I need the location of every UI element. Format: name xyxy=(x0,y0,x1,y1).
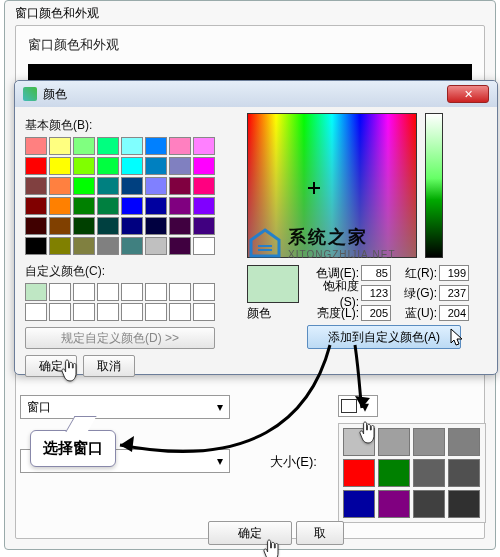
basic-color-swatch[interactable] xyxy=(49,157,71,175)
red-input[interactable] xyxy=(439,265,469,281)
define-custom-button[interactable]: 规定自定义颜色(D) >> xyxy=(25,327,215,349)
mini-swatch[interactable] xyxy=(378,459,410,487)
custom-colors-label: 自定义颜色(C): xyxy=(25,263,235,280)
cancel-button[interactable]: 取消 xyxy=(83,355,135,377)
luminance-slider[interactable] xyxy=(425,113,443,258)
custom-color-swatch[interactable] xyxy=(97,283,119,301)
blue-input[interactable] xyxy=(439,305,469,321)
mini-swatch[interactable] xyxy=(448,428,480,456)
basic-color-swatch[interactable] xyxy=(145,237,167,255)
custom-color-swatch[interactable] xyxy=(49,303,71,321)
mini-swatch[interactable] xyxy=(378,490,410,518)
basic-color-swatch[interactable] xyxy=(97,177,119,195)
basic-color-swatch[interactable] xyxy=(193,157,215,175)
basic-color-swatch[interactable] xyxy=(97,217,119,235)
mini-swatch[interactable] xyxy=(413,428,445,456)
close-button[interactable]: ✕ xyxy=(447,85,489,103)
basic-color-swatch[interactable] xyxy=(121,137,143,155)
basic-color-swatch[interactable] xyxy=(25,197,47,215)
watermark-brand: 系统之家 xyxy=(288,227,368,247)
mini-swatch[interactable] xyxy=(413,459,445,487)
custom-color-swatch[interactable] xyxy=(193,283,215,301)
basic-color-swatch[interactable] xyxy=(97,197,119,215)
basic-color-swatch[interactable] xyxy=(73,137,95,155)
basic-color-swatch[interactable] xyxy=(145,197,167,215)
item-dropdown[interactable]: 窗口 ▾ xyxy=(20,395,230,419)
basic-color-swatch[interactable] xyxy=(193,217,215,235)
custom-color-swatch[interactable] xyxy=(49,283,71,301)
custom-color-swatch[interactable] xyxy=(73,303,95,321)
mini-swatch[interactable] xyxy=(448,490,480,518)
basic-color-swatch[interactable] xyxy=(25,237,47,255)
item-dropdown-value: 窗口 xyxy=(27,399,51,416)
mini-swatch[interactable] xyxy=(448,459,480,487)
custom-color-swatch[interactable] xyxy=(121,283,143,301)
basic-color-swatch[interactable] xyxy=(145,157,167,175)
basic-color-swatch[interactable] xyxy=(97,137,119,155)
basic-color-swatch[interactable] xyxy=(25,157,47,175)
custom-color-swatch[interactable] xyxy=(73,283,95,301)
basic-color-swatch[interactable] xyxy=(169,157,191,175)
add-to-custom-button[interactable]: 添加到自定义颜色(A) xyxy=(307,325,461,349)
color-preview-swatch xyxy=(247,265,299,303)
basic-color-swatch[interactable] xyxy=(145,137,167,155)
basic-color-swatch[interactable] xyxy=(193,137,215,155)
basic-color-swatch[interactable] xyxy=(193,237,215,255)
hue-input[interactable] xyxy=(361,265,391,281)
basic-color-swatch[interactable] xyxy=(169,137,191,155)
basic-color-swatch[interactable] xyxy=(121,237,143,255)
custom-color-swatch[interactable] xyxy=(121,303,143,321)
basic-color-swatch[interactable] xyxy=(121,157,143,175)
custom-color-swatch[interactable] xyxy=(169,283,191,301)
custom-colors-grid xyxy=(25,283,235,321)
chevron-down-icon: ▾ xyxy=(361,397,369,416)
basic-color-swatch[interactable] xyxy=(121,177,143,195)
mini-swatch[interactable] xyxy=(378,428,410,456)
basic-color-swatch[interactable] xyxy=(49,197,71,215)
bottom-cancel-button[interactable]: 取 xyxy=(296,521,344,545)
basic-color-swatch[interactable] xyxy=(49,217,71,235)
basic-color-swatch[interactable] xyxy=(73,237,95,255)
basic-color-swatch[interactable] xyxy=(49,137,71,155)
basic-color-swatch[interactable] xyxy=(169,217,191,235)
annotation-callout: 选择窗口 xyxy=(30,430,116,467)
watermark-logo-icon xyxy=(248,228,282,258)
sat-input[interactable] xyxy=(361,285,391,301)
basic-color-swatch[interactable] xyxy=(73,157,95,175)
basic-color-swatch[interactable] xyxy=(145,217,167,235)
custom-color-swatch[interactable] xyxy=(25,283,47,301)
basic-color-swatch[interactable] xyxy=(193,197,215,215)
basic-color-swatch[interactable] xyxy=(73,197,95,215)
custom-color-swatch[interactable] xyxy=(97,303,119,321)
basic-color-swatch[interactable] xyxy=(25,217,47,235)
hand-cursor-icon xyxy=(358,420,378,448)
mini-color-dropdown[interactable]: ▾ xyxy=(338,395,378,417)
basic-color-swatch[interactable] xyxy=(121,217,143,235)
basic-color-swatch[interactable] xyxy=(193,177,215,195)
basic-color-swatch[interactable] xyxy=(169,177,191,195)
custom-color-swatch[interactable] xyxy=(193,303,215,321)
custom-color-swatch[interactable] xyxy=(169,303,191,321)
mini-swatch[interactable] xyxy=(343,490,375,518)
basic-color-swatch[interactable] xyxy=(49,177,71,195)
basic-color-swatch[interactable] xyxy=(97,237,119,255)
lum-input[interactable] xyxy=(361,305,391,321)
custom-color-swatch[interactable] xyxy=(145,283,167,301)
custom-color-swatch[interactable] xyxy=(145,303,167,321)
basic-color-swatch[interactable] xyxy=(25,177,47,195)
basic-color-swatch[interactable] xyxy=(97,157,119,175)
dialog-title-text: 颜色 xyxy=(43,86,67,103)
basic-color-swatch[interactable] xyxy=(25,137,47,155)
green-input[interactable] xyxy=(439,285,469,301)
basic-color-swatch[interactable] xyxy=(121,197,143,215)
basic-color-swatch[interactable] xyxy=(73,217,95,235)
basic-color-swatch[interactable] xyxy=(145,177,167,195)
custom-color-swatch[interactable] xyxy=(25,303,47,321)
basic-color-swatch[interactable] xyxy=(169,197,191,215)
basic-color-swatch[interactable] xyxy=(73,177,95,195)
basic-color-swatch[interactable] xyxy=(169,237,191,255)
mini-swatch[interactable] xyxy=(343,459,375,487)
basic-color-swatch[interactable] xyxy=(49,237,71,255)
color-preview-label: 颜色 xyxy=(247,305,299,322)
mini-swatch[interactable] xyxy=(413,490,445,518)
